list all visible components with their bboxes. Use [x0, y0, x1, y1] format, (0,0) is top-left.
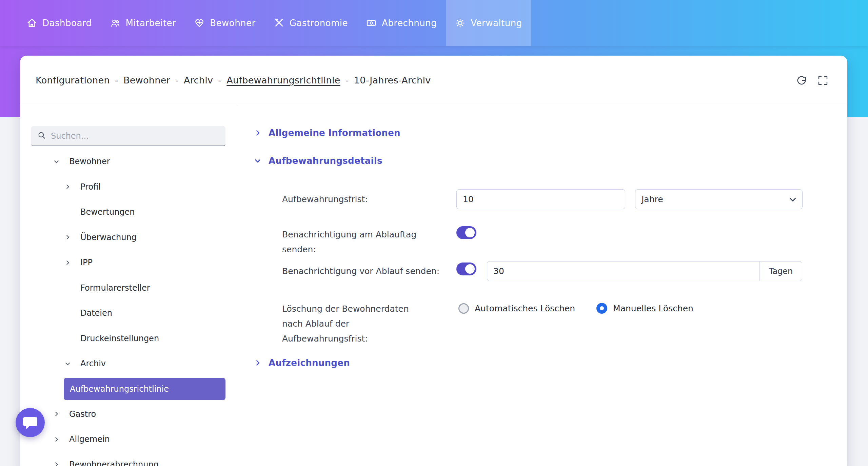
chevron-right-icon: [52, 411, 61, 417]
sidebar-search: [31, 126, 225, 146]
tree-item-allgemein[interactable]: Allgemein: [20, 427, 238, 452]
nav-label: Verwaltung: [471, 18, 522, 28]
radio-unchecked-icon[interactable]: [458, 303, 469, 314]
tree-item-label: Profil: [80, 182, 101, 192]
radio-automatisches-loeschen[interactable]: Automatisches Löschen: [458, 303, 575, 314]
section-aufbewahrungsdetails[interactable]: Aufbewahrungsdetails: [254, 154, 382, 168]
banknote-icon: [366, 18, 376, 28]
tree-item-aufbewahrungsrichtlinie[interactable]: Aufbewahrungsrichtlinie: [64, 378, 225, 400]
nav-mitarbeiter[interactable]: Mitarbeiter: [101, 0, 185, 46]
nav-label: Abrechnung: [382, 18, 437, 28]
section-title: Aufzeichnungen: [269, 358, 350, 368]
chevron-right-icon: [52, 462, 61, 466]
tree-item-label: Archiv: [80, 359, 106, 368]
tree-item-label: Allgemein: [69, 434, 110, 444]
breadcrumb-separator: -: [175, 75, 179, 85]
breadcrumb-link-aufbewahrungsrichtlinie[interactable]: Aufbewahrungsrichtlinie: [226, 75, 340, 85]
tree-item-label: Druckeinstellungen: [80, 334, 159, 343]
notify-on-expiry-toggle[interactable]: [456, 226, 476, 239]
notify-on-expiry-label: Benachrichtigung am Ablauftag senden:: [282, 227, 431, 257]
nav-label: Gastronomie: [290, 18, 348, 28]
radio-label: Manuelles Löschen: [613, 304, 693, 313]
chat-launcher-button[interactable]: [16, 408, 45, 437]
config-sidebar: Bewohner Profil Bewertungen Überwachung …: [20, 105, 238, 466]
nav-label: Bewohner: [210, 18, 256, 28]
tree-item-ipp[interactable]: IPP: [20, 250, 238, 275]
retention-period-label: Aufbewahrungsfrist:: [282, 189, 456, 210]
nav-gastronomie[interactable]: Gastronomie: [265, 0, 357, 46]
chevron-down-icon: [63, 361, 72, 367]
retention-unit-select[interactable]: Jahre: [635, 189, 803, 209]
tree-item-label: Überwachung: [80, 233, 137, 242]
days-suffix: Tagen: [760, 261, 802, 281]
tree-item-dateien[interactable]: Dateien: [20, 300, 238, 326]
tree-item-ueberwachung[interactable]: Überwachung: [20, 225, 238, 250]
breadcrumb-separator: -: [346, 75, 349, 85]
section-allgemeine-informationen[interactable]: Allgemeine Informationen: [254, 126, 400, 140]
breadcrumb-item: Archiv: [184, 75, 213, 85]
nav-abrechnung[interactable]: Abrechnung: [357, 0, 446, 46]
tree-item-label: Gastro: [69, 409, 96, 419]
nav-bewohner[interactable]: Bewohner: [185, 0, 265, 46]
toggle-knob: [465, 228, 475, 237]
breadcrumb-item: Bewohner: [123, 75, 170, 85]
section-aufzeichnungen[interactable]: Aufzeichnungen: [254, 356, 350, 370]
radio-label: Automatisches Löschen: [475, 304, 575, 313]
home-icon: [27, 18, 37, 28]
chevron-right-icon: [63, 184, 72, 190]
tree-item-label: IPP: [80, 258, 93, 267]
cutlery-icon: [274, 18, 284, 28]
tree-item-label: Aufbewahrungsrichtlinie: [70, 384, 169, 394]
chevron-down-icon: [254, 157, 261, 164]
nav-label: Dashboard: [42, 18, 92, 28]
chevron-right-icon: [52, 436, 61, 442]
main-card: Konfigurationen - Bewohner - Archiv - Au…: [20, 56, 847, 466]
section-title: Allgemeine Informationen: [269, 128, 400, 138]
users-icon: [110, 18, 120, 28]
tree-item-label: Bewertungen: [80, 207, 135, 217]
chevron-right-icon: [63, 234, 72, 240]
fullscreen-icon[interactable]: [817, 75, 828, 86]
section-title: Aufbewahrungsdetails: [269, 156, 382, 166]
tree-item-bewertungen[interactable]: Bewertungen: [20, 199, 238, 225]
tree-item-bewohner[interactable]: Bewohner: [20, 149, 238, 174]
top-nav: Dashboard Mitarbeiter Bewohner Gastronom…: [0, 0, 868, 46]
breadcrumb-item: 10-Jahres-Archiv: [354, 75, 431, 85]
retention-period-input[interactable]: [456, 189, 625, 209]
tree-item-label: Formularersteller: [80, 283, 150, 293]
tree-item-profil[interactable]: Profil: [20, 174, 238, 200]
breadcrumb: Konfigurationen - Bewohner - Archiv - Au…: [36, 75, 796, 85]
tree-item-formularersteller[interactable]: Formularersteller: [20, 275, 238, 301]
deletion-mode-options: Automatisches Löschen Manuelles Löschen: [458, 301, 693, 316]
refresh-button[interactable]: [796, 75, 807, 86]
nav-dashboard[interactable]: Dashboard: [18, 0, 101, 46]
radio-checked-icon[interactable]: [596, 303, 607, 314]
tree-item-gastro[interactable]: Gastro: [20, 402, 238, 427]
tree-item-archiv[interactable]: Archiv: [20, 351, 238, 376]
breadcrumb-item: Konfigurationen: [36, 75, 110, 85]
tree-item-label: Bewohnerabrechnung: [69, 460, 159, 466]
breadcrumb-separator: -: [218, 75, 221, 85]
notify-before-expiry-label: Benachrichtigung vor Ablauf senden:: [282, 261, 455, 281]
chevron-right-icon: [254, 130, 261, 136]
toggle-knob: [465, 264, 475, 274]
tree-item-label: Bewohner: [69, 157, 110, 166]
tree-item-label: Dateien: [80, 308, 112, 318]
nav-verwaltung[interactable]: Verwaltung: [446, 0, 531, 46]
heart-pulse-icon: [194, 18, 204, 28]
chevron-right-icon: [254, 360, 261, 366]
card-header: Konfigurationen - Bewohner - Archiv - Au…: [20, 56, 847, 105]
gear-icon: [455, 18, 465, 28]
nav-label: Mitarbeiter: [126, 18, 176, 28]
tree-item-druckeinstellungen[interactable]: Druckeinstellungen: [20, 326, 238, 351]
config-tree: Bewohner Profil Bewertungen Überwachung …: [20, 149, 238, 466]
notify-before-expiry-input[interactable]: [487, 261, 760, 281]
tree-item-bewohnerabrechnung[interactable]: Bewohnerabrechnung: [20, 452, 238, 466]
notify-before-expiry-group: Tagen: [487, 261, 802, 281]
chevron-down-icon: [789, 195, 797, 203]
chevron-down-icon: [52, 159, 61, 164]
radio-manuelles-loeschen[interactable]: Manuelles Löschen: [596, 303, 693, 314]
notify-before-expiry-toggle[interactable]: [456, 263, 476, 275]
search-input[interactable]: [51, 131, 225, 141]
deletion-mode-label: Löschung der Bewohnerdaten nach Ablauf d…: [282, 302, 431, 346]
